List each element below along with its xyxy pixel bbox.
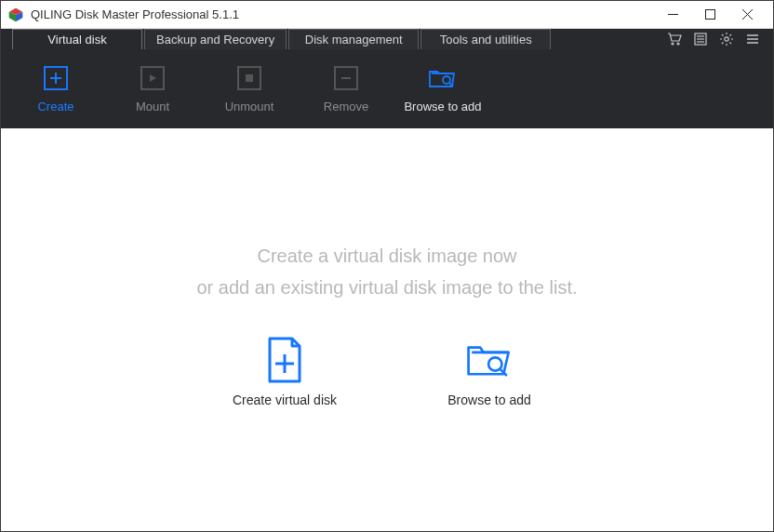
tab-backup-recovery[interactable]: Backup and Recovery [144,29,287,49]
tab-label: Disk management [305,33,403,47]
titlebar: QILING Disk Master Professional 5.1.1 [1,1,773,29]
toolbar-label: Create [37,100,73,113]
list-icon[interactable] [693,32,708,47]
action-label: Browse to add [447,392,531,409]
menu-icon[interactable] [745,32,760,47]
svg-point-14 [725,37,728,41]
action-label: Create virtual disk [233,392,337,409]
tabs-row: Virtual disk Backup and Recovery Disk ma… [1,29,773,49]
play-box-icon [140,66,165,90]
maximize-button[interactable] [691,1,728,29]
tab-label: Tools and utilities [440,33,532,47]
close-button[interactable] [728,1,766,29]
toolbar-label: Browse to add [404,100,481,113]
folder-search-icon [428,66,458,90]
headline-line-2: or add an existing virtual disk image to… [196,272,577,303]
svg-rect-5 [705,10,714,20]
action-create-virtual-disk[interactable]: Create virtual disk [229,337,340,409]
header-right-icons [667,29,773,49]
toolbar-mount[interactable]: Mount [120,66,185,113]
plus-box-icon [44,66,68,90]
svg-point-8 [672,43,674,45]
main-content: Create a virtual disk image now or add a… [1,128,773,530]
tab-label: Virtual disk [47,33,106,47]
toolbar: Create Mount Unmount Remove [1,49,773,128]
svg-point-9 [677,43,679,45]
header-dark-area: Virtual disk Backup and Recovery Disk ma… [1,29,773,128]
stop-box-icon [237,66,261,90]
folder-search-large-icon [465,337,514,383]
tab-disk-management[interactable]: Disk management [288,29,419,49]
toolbar-label: Mount [136,100,169,113]
document-plus-icon [260,337,309,383]
app-icon [8,7,23,22]
minus-box-icon [334,66,358,90]
svg-point-27 [488,357,501,370]
toolbar-browse-to-add[interactable]: Browse to add [410,66,475,113]
svg-marker-20 [150,74,156,82]
tab-tools-utilities[interactable]: Tools and utilities [420,29,551,49]
toolbar-label: Unmount [225,100,274,113]
headline: Create a virtual disk image now or add a… [196,240,577,303]
tab-label: Backup and Recovery [156,33,274,47]
toolbar-label: Remove [324,100,368,113]
headline-line-1: Create a virtual disk image now [196,240,577,272]
window-title: QILING Disk Master Professional 5.1.1 [31,7,654,21]
cart-icon[interactable] [667,32,682,47]
toolbar-create[interactable]: Create [23,66,88,113]
action-row: Create virtual disk Browse to add [229,337,545,409]
toolbar-remove[interactable]: Remove [314,66,379,113]
svg-point-23 [443,76,450,84]
svg-rect-21 [246,74,253,82]
minimize-button[interactable] [654,1,691,29]
toolbar-unmount[interactable]: Unmount [217,66,282,113]
action-browse-to-add[interactable]: Browse to add [434,337,545,409]
tab-virtual-disk[interactable]: Virtual disk [12,29,142,49]
gear-icon[interactable] [719,32,734,47]
